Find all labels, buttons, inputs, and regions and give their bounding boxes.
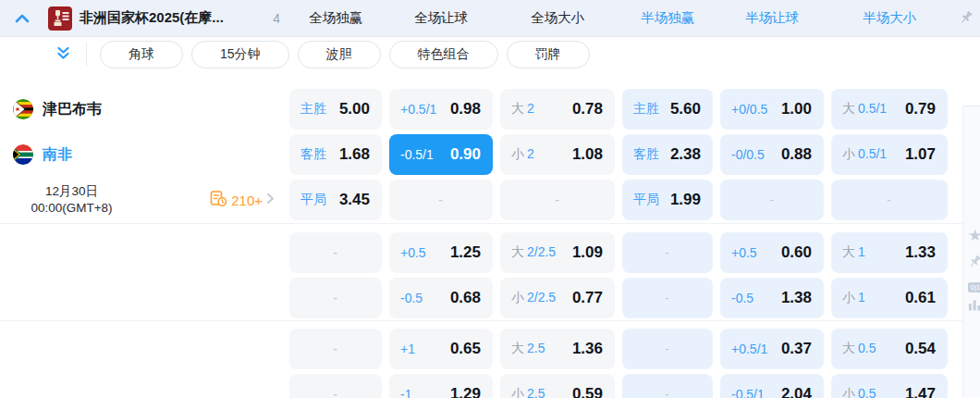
odds-value: 2.38 — [670, 145, 701, 164]
odds-cell[interactable]: 客胜1.68 — [289, 134, 382, 175]
odds-cell[interactable]: - — [500, 180, 615, 220]
odds-cell[interactable]: +0.51.25 — [389, 232, 493, 273]
odds-cell[interactable]: +0.5/10.37 — [720, 329, 824, 369]
odds-value: 0.88 — [781, 145, 812, 164]
odds-cell[interactable]: - — [622, 278, 713, 318]
stats-bars-icon[interactable] — [968, 298, 980, 315]
odds-value: 0.65 — [450, 340, 481, 358]
column-header[interactable]: 全场独赢 — [289, 9, 382, 27]
odds-cell[interactable]: -0.50.68 — [389, 278, 493, 318]
over-under-prefix: 小 — [511, 290, 524, 305]
odds-value: 1.25 — [450, 243, 481, 262]
filter-pill[interactable]: 特色组合 — [389, 41, 498, 68]
odds-value: 0.77 — [572, 289, 603, 307]
odds-cell[interactable]: - — [622, 232, 713, 273]
odds-label: 大0.5/1 — [842, 101, 887, 118]
odds-value: 1.47 — [905, 385, 936, 398]
collapse-league-button[interactable] — [11, 7, 33, 30]
odds-label: 平局 — [300, 192, 326, 208]
odds-cell[interactable]: 平局3.45 — [289, 180, 382, 220]
filter-pill[interactable]: 波胆 — [298, 41, 381, 68]
over-under-prefix: 小 — [511, 386, 524, 398]
league-logo-icon — [48, 6, 72, 31]
odds-label: -0.5 — [731, 291, 753, 305]
odds-value: 1.68 — [339, 145, 370, 164]
score-badge[interactable]: 0|1 — [968, 282, 980, 292]
odds-cell[interactable]: 小21.08 — [500, 134, 615, 175]
odds-cell[interactable]: - — [831, 180, 948, 220]
over-under-prefix: 大 — [511, 341, 524, 355]
south-africa-flag-icon — [13, 144, 33, 165]
away-team-name: 南非 — [43, 145, 72, 165]
odds-cell[interactable]: 大2.51.36 — [500, 329, 615, 369]
odds-cell[interactable]: 大0.5/10.79 — [831, 89, 948, 130]
over-under-prefix: 小 — [511, 146, 524, 161]
column-header[interactable]: 半场让球 — [720, 9, 824, 27]
odds-cell[interactable]: +0/0.51.00 — [720, 89, 824, 130]
pin-match-icon[interactable] — [968, 255, 980, 272]
odds-cell[interactable]: 小10.61 — [831, 278, 948, 318]
filter-pill[interactable]: 角球 — [100, 41, 183, 68]
odds-value: 0.90 — [450, 145, 481, 164]
away-team-row[interactable]: 南非 — [0, 134, 282, 175]
more-markets-link[interactable]: 210+ — [210, 190, 275, 211]
odds-label: +0.5 — [400, 245, 426, 260]
odds-cell[interactable]: - — [289, 374, 382, 398]
odds-label: +0.5 — [731, 245, 757, 260]
divider — [86, 43, 87, 67]
empty-odds-dash: - — [333, 291, 337, 305]
odds-cell[interactable]: 大2/2.51.09 — [500, 232, 615, 273]
odds-cell[interactable]: - — [289, 232, 382, 273]
odds-value: 0.61 — [905, 289, 936, 307]
column-header[interactable]: 全场大小 — [500, 9, 615, 27]
odds-cell[interactable]: 小2.50.59 — [500, 374, 615, 398]
filter-pill[interactable]: 罚牌 — [507, 41, 590, 68]
column-header[interactable]: 半场大小 — [831, 9, 948, 27]
home-team-name: 津巴布韦 — [43, 100, 102, 119]
odds-cell[interactable]: -0.51.38 — [720, 278, 824, 318]
odds-label: 客胜 — [300, 146, 326, 163]
empty-odds-dash: - — [555, 193, 559, 207]
odds-cell[interactable]: +0.5/10.98 — [389, 89, 493, 130]
odds-cell[interactable]: +0.50.60 — [720, 232, 824, 273]
odds-label: 大2 — [511, 101, 534, 118]
odds-cell[interactable]: - — [289, 278, 382, 318]
favorite-star-icon[interactable]: ★ — [968, 228, 980, 243]
odds-cell[interactable]: 主胜5.60 — [622, 89, 713, 130]
odds-cell[interactable]: -0/0.50.88 — [720, 134, 824, 175]
odds-value: 0.68 — [450, 289, 481, 307]
odds-cell[interactable]: 大20.78 — [500, 89, 615, 130]
odds-cell[interactable]: -0.5/10.90 — [389, 134, 493, 175]
over-under-prefix: 小 — [842, 146, 855, 161]
odds-cell[interactable]: +10.65 — [389, 329, 493, 369]
odds-cell[interactable]: 小2/2.50.77 — [500, 278, 615, 318]
home-team-row[interactable]: 津巴布韦 — [0, 89, 282, 130]
odds-cell[interactable]: 平局1.99 — [622, 180, 713, 220]
expand-markets-button[interactable] — [51, 43, 75, 67]
column-header[interactable]: 半场独赢 — [622, 9, 713, 27]
odds-cell[interactable]: - — [389, 180, 493, 220]
odds-cell[interactable]: 小0.5/11.07 — [831, 134, 948, 175]
filter-pill[interactable]: 15分钟 — [191, 41, 289, 68]
section-divider — [0, 320, 980, 321]
odds-cell[interactable]: 大11.33 — [831, 232, 948, 273]
odds-value: 3.45 — [339, 191, 370, 209]
match-meta-row: 12月30日 00:00(GMT+8) — [0, 180, 282, 220]
more-markets-count: 210+ — [231, 193, 263, 208]
odds-cell[interactable]: - — [720, 180, 824, 220]
odds-cell[interactable]: -11.29 — [389, 374, 493, 398]
odds-cell[interactable]: -0.5/12.04 — [720, 374, 824, 398]
odds-cell[interactable]: 主胜5.00 — [289, 89, 382, 130]
column-header[interactable]: 全场让球 — [389, 9, 493, 27]
pin-icon[interactable] — [959, 10, 974, 29]
odds-cell[interactable]: 客胜2.38 — [622, 134, 713, 175]
odds-cell[interactable]: - — [622, 329, 713, 369]
odds-cell[interactable]: 大0.50.54 — [831, 329, 948, 369]
odds-cell[interactable]: - — [289, 329, 382, 369]
odds-value: 5.00 — [339, 100, 370, 118]
odds-label: +1 — [400, 342, 415, 356]
odds-cell[interactable]: - — [622, 374, 713, 398]
empty-odds-dash: - — [665, 245, 669, 260]
kickoff-clock: 00:00(GMT+8) — [0, 200, 143, 217]
odds-cell[interactable]: 小0.51.47 — [831, 374, 948, 398]
